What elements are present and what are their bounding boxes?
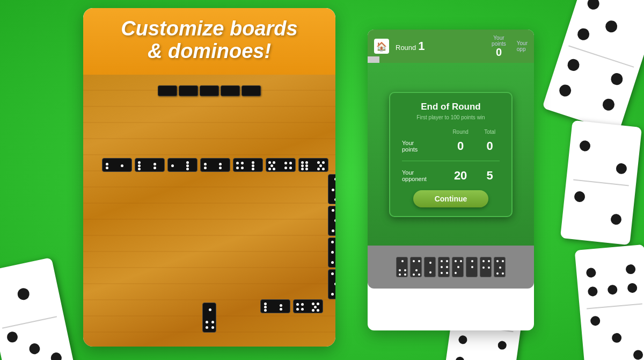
domino-pile-top bbox=[158, 85, 261, 96]
round-value: 1 bbox=[418, 39, 425, 53]
customize-title: Customize boards & dominoes! bbox=[89, 18, 330, 63]
divider-row bbox=[399, 155, 503, 167]
bottom-tray bbox=[368, 246, 534, 289]
decorative-domino-right-mid bbox=[560, 120, 642, 245]
your-points-label: Yourpoints bbox=[492, 35, 506, 47]
title-line2: & dominoes! bbox=[148, 40, 271, 62]
round-label: Round bbox=[396, 44, 416, 52]
tray-domino-1 bbox=[396, 257, 408, 277]
domino-h7 bbox=[298, 158, 328, 172]
eor-title: End of Round bbox=[399, 102, 503, 112]
total-col-header: Total bbox=[477, 127, 503, 137]
eor-subtitle: First player to 100 points win bbox=[399, 114, 503, 120]
round-info: Round 1 bbox=[396, 39, 485, 53]
domino-row2-h1 bbox=[260, 299, 290, 313]
game-board-area: End of Round First player to 100 points … bbox=[368, 63, 534, 246]
player-label-text: Your points bbox=[402, 140, 418, 153]
your-opp-label: Youropp bbox=[517, 40, 528, 52]
player-label: Your points bbox=[399, 137, 444, 155]
tray-domino-6 bbox=[466, 257, 478, 277]
tray-domino-5 bbox=[452, 257, 464, 277]
tray-domino-8 bbox=[494, 257, 506, 277]
game-header: 🏠 Round 1 Yourpoints 0 Youropp bbox=[368, 30, 534, 63]
eor-scores-table: Round Total Your points 0 0 bbox=[399, 127, 503, 185]
domino-bottom-single bbox=[202, 303, 216, 333]
left-panel-header: Customize boards & dominoes! bbox=[83, 8, 335, 75]
tray-domino-3 bbox=[424, 257, 436, 277]
domino-row2-h2 bbox=[293, 299, 323, 313]
game-board bbox=[83, 75, 335, 347]
your-opp-stat: Youropp bbox=[517, 40, 528, 52]
domino-h3 bbox=[167, 158, 197, 172]
end-of-round-dialog: End of Round First player to 100 points … bbox=[389, 92, 513, 217]
opponent-label-text: Your opponent bbox=[402, 169, 427, 182]
domino-v2 bbox=[328, 206, 335, 236]
your-points-stat: Yourpoints 0 bbox=[492, 35, 506, 57]
opponent-label: Your opponent bbox=[399, 167, 444, 185]
opponent-round-score: 20 bbox=[444, 167, 477, 185]
domino-h6 bbox=[266, 158, 296, 172]
domino-v1 bbox=[328, 174, 335, 204]
right-panel: 🏠 Round 1 Yourpoints 0 Youropp End o bbox=[368, 30, 534, 330]
player-total-score: 0 bbox=[477, 137, 503, 155]
domino-v3 bbox=[328, 237, 335, 268]
domino-v4 bbox=[328, 269, 335, 299]
domino-h4 bbox=[200, 158, 230, 172]
tray-domino-7 bbox=[480, 257, 492, 277]
tray-domino-2 bbox=[410, 257, 422, 277]
player-round-score: 0 bbox=[444, 137, 477, 155]
title-line1: Customize boards bbox=[121, 17, 297, 40]
home-icon[interactable]: 🏠 bbox=[374, 39, 389, 54]
round-col-header: Round bbox=[444, 127, 477, 137]
your-points-value: 0 bbox=[496, 47, 502, 57]
opponent-score-row: Your opponent 20 5 bbox=[399, 167, 503, 185]
domino-h2 bbox=[135, 158, 165, 172]
domino-h5 bbox=[233, 158, 263, 172]
player-score-row: Your points 0 0 bbox=[399, 137, 503, 155]
tray-domino-4 bbox=[438, 257, 450, 277]
left-panel: Customize boards & dominoes! bbox=[83, 8, 335, 347]
domino-h1 bbox=[102, 158, 132, 172]
continue-button[interactable]: Continue bbox=[413, 190, 489, 207]
decorative-domino-far-right bbox=[575, 244, 644, 360]
opponent-total-score: 5 bbox=[477, 167, 503, 185]
